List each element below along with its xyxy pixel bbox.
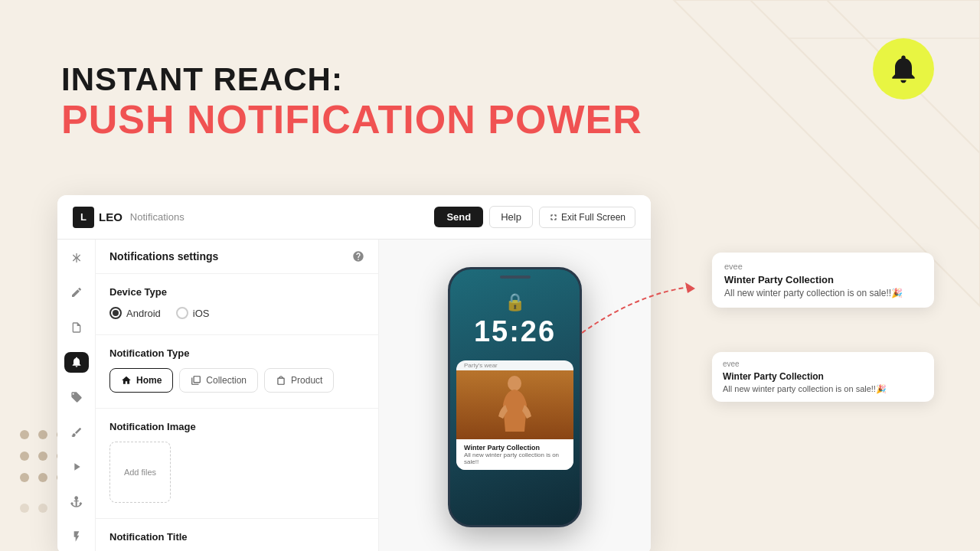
radio-android-label: Android (126, 308, 161, 319)
phone-card-tag: Party's wear (456, 360, 573, 370)
device-type-label: Device Type (109, 286, 364, 298)
fullscreen-icon (549, 213, 558, 222)
settings-body: Device Type Android iOS Notifica (96, 274, 378, 551)
bell-icon (887, 52, 920, 86)
sidebar-icon-pen[interactable] (64, 422, 89, 443)
help-button[interactable]: Help (489, 206, 533, 228)
notif-type-product-label: Product (291, 375, 322, 386)
notification-image-label: Notification Image (109, 421, 364, 432)
app-header: L LEO Notifications Send Help Exit Full … (57, 195, 651, 240)
phone-time: 15:26 (474, 315, 556, 348)
sidebar-icon-anchor[interactable] (64, 491, 89, 513)
phone-screen: 🔒 15:26 Party's wear (450, 269, 580, 525)
radio-ios-label: iOS (193, 308, 210, 319)
notif-card-1-body: All new winter party collection is on sa… (724, 288, 922, 298)
phone-mockup: 🔒 15:26 Party's wear (448, 267, 582, 527)
notif-type-product[interactable]: Product (264, 368, 334, 393)
phone-notification-card: Party's wear (456, 360, 573, 470)
headline: INSTANT REACH: PUSH NOTIFICATION POWER (61, 61, 642, 142)
notification-type-label: Notification Type (109, 347, 364, 359)
phone-notch (500, 276, 531, 279)
radio-android-outer (109, 307, 122, 319)
notif-type-home-label: Home (136, 375, 162, 386)
phone-card-title-area: Winter Party Collection All new winter p… (456, 439, 573, 470)
notification-card-2-content: evee Winter Party Collection All new win… (712, 352, 934, 402)
notif-card-2-body: All new winter party collection is on sa… (723, 384, 923, 394)
sidebar-icon-tag[interactable] (64, 386, 89, 408)
sidebar-icon-asterisk[interactable] (64, 247, 89, 269)
headline-line1: INSTANT REACH: (61, 61, 642, 98)
notification-card-1: evee Winter Party Collection All new win… (712, 253, 934, 308)
app-section-label: Notifications (130, 211, 185, 223)
notif-card-1-title: Winter Party Collection (724, 274, 922, 285)
sidebar-icon-play[interactable] (64, 456, 89, 478)
app-logo: L (73, 207, 94, 228)
headline-line2: PUSH NOTIFICATION POWER (61, 98, 642, 142)
sidebar-nav (57, 240, 96, 551)
fullscreen-label: Exit Full Screen (561, 212, 626, 223)
sidebar-icon-file[interactable] (64, 317, 89, 338)
svg-point-4 (508, 376, 521, 391)
notification-card-1-content: evee Winter Party Collection All new win… (712, 253, 934, 308)
home-icon (121, 375, 132, 386)
settings-panel-header: Notifications settings (96, 240, 378, 274)
radio-android[interactable]: Android (109, 307, 161, 319)
app-window: L LEO Notifications Send Help Exit Full … (57, 195, 651, 551)
collection-icon (191, 375, 201, 386)
app-body: Notifications settings Device Type Andro… (57, 240, 651, 551)
phone-card-title: Winter Party Collection (464, 444, 566, 452)
image-upload-area[interactable]: Add files (109, 442, 171, 503)
notif-type-home[interactable]: Home (109, 368, 173, 393)
notification-card-2: evee Winter Party Collection All new win… (712, 352, 934, 402)
fullscreen-button[interactable]: Exit Full Screen (539, 207, 635, 228)
phone-area: 🔒 15:26 Party's wear (379, 240, 651, 551)
phone-card-woman-figure (456, 370, 573, 439)
phone-card-image (456, 370, 573, 439)
notif-card-2-title: Winter Party Collection (723, 371, 923, 382)
dots-decoration-bottom (15, 499, 52, 520)
add-files-label: Add files (124, 468, 156, 477)
sidebar-icon-lightning[interactable] (64, 527, 89, 548)
notif-type-collection-label: Collection (206, 375, 247, 386)
sidebar-icon-edit[interactable] (64, 282, 89, 304)
radio-ios[interactable]: iOS (176, 307, 210, 319)
notification-type-group: Home Collection Product (109, 368, 364, 393)
sidebar-icon-bell[interactable] (64, 352, 89, 373)
bell-icon-container (873, 38, 934, 99)
product-icon (276, 375, 286, 386)
divider-2 (96, 408, 378, 409)
device-type-radio-group: Android iOS (109, 307, 364, 319)
divider-1 (96, 334, 378, 335)
phone-card-subtitle: All new winter party collection is on sa… (464, 452, 566, 465)
send-button[interactable]: Send (434, 207, 483, 227)
settings-panel: Notifications settings Device Type Andro… (96, 240, 379, 551)
phone-lock-icon: 🔒 (505, 292, 525, 312)
radio-android-inner (113, 310, 119, 316)
help-circle-icon (352, 250, 364, 262)
app-brand: LEO (99, 210, 122, 223)
notif-card-1-app: evee (724, 262, 922, 271)
settings-title: Notifications settings (109, 250, 218, 262)
notif-card-2-app: evee (723, 360, 923, 368)
divider-3 (96, 518, 378, 519)
notification-title-label: Notification Title (109, 531, 364, 543)
radio-ios-outer (176, 307, 188, 319)
notif-type-collection[interactable]: Collection (179, 368, 258, 393)
